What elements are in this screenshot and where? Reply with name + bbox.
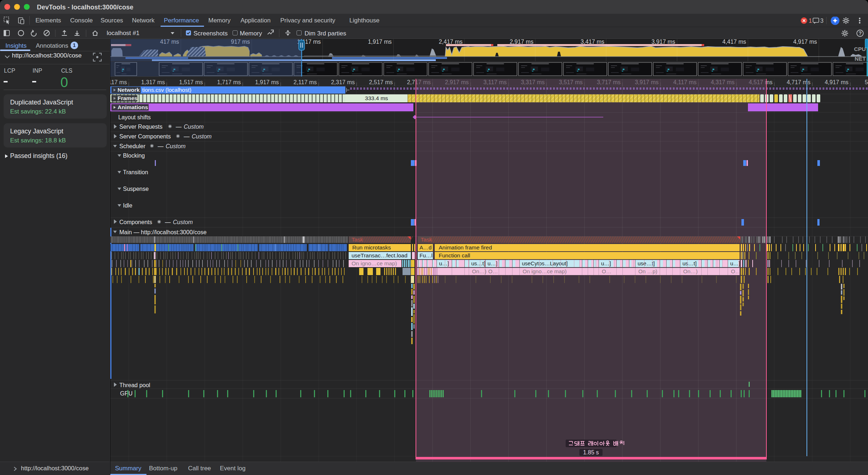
svg-text:Task: Task bbox=[352, 236, 363, 243]
svg-text:3,917 ms: 3,917 ms bbox=[651, 39, 675, 45]
svg-text:—: — bbox=[184, 133, 190, 140]
svg-text:us…t]: us…t] bbox=[471, 260, 485, 266]
svg-text:1: 1 bbox=[809, 18, 812, 24]
svg-text:333.4 ms: 333.4 ms bbox=[365, 95, 388, 101]
svg-text:On igno…ce map): On igno…ce map) bbox=[352, 260, 397, 266]
svg-text:1,717 ms: 1,717 ms bbox=[217, 79, 241, 85]
svg-text:CPU: CPU bbox=[854, 46, 866, 52]
svg-text:5,117 ms: 5,117 ms bbox=[865, 79, 868, 85]
svg-text:2,317 ms: 2,317 ms bbox=[331, 79, 355, 85]
svg-text:Blocking: Blocking bbox=[123, 153, 145, 159]
svg-text:Custom: Custom bbox=[166, 143, 186, 149]
svg-text:GPU: GPU bbox=[120, 390, 133, 397]
svg-text:Frames: Frames bbox=[118, 95, 137, 101]
svg-text:Animations: Animations bbox=[118, 104, 148, 110]
svg-text:Server Requests: Server Requests bbox=[119, 124, 162, 130]
svg-text:u…]: u…] bbox=[439, 260, 449, 266]
svg-text:1,917 ms: 1,917 ms bbox=[255, 79, 279, 85]
svg-text:Function call: Function call bbox=[439, 252, 470, 258]
svg-text:3: 3 bbox=[820, 18, 824, 24]
svg-text:us…t]: us…t] bbox=[682, 260, 697, 266]
svg-text:4,917 ms: 4,917 ms bbox=[793, 39, 817, 45]
svg-text:u…]: u…] bbox=[488, 260, 498, 266]
svg-text:Network: Network bbox=[118, 87, 140, 93]
svg-text:O…: O… bbox=[488, 268, 498, 274]
svg-text:—: — bbox=[165, 219, 171, 225]
svg-text:u…]: u…] bbox=[601, 260, 611, 266]
svg-text:Server Components: Server Components bbox=[119, 133, 171, 140]
svg-text:2,417 ms: 2,417 ms bbox=[439, 39, 463, 45]
svg-text:useTransac…fect.load: useTransac…fect.load bbox=[352, 252, 408, 258]
svg-text:On …p): On …p) bbox=[638, 268, 658, 274]
svg-text:1,117 ms: 1,117 ms bbox=[110, 79, 127, 85]
svg-text:O…: O… bbox=[602, 268, 612, 274]
svg-text:u…]: u…] bbox=[730, 260, 740, 266]
svg-text:1,517 ms: 1,517 ms bbox=[179, 79, 203, 85]
svg-text:4,917 ms: 4,917 ms bbox=[825, 79, 848, 85]
svg-text:Thread pool: Thread pool bbox=[119, 382, 150, 388]
svg-text:Custom: Custom bbox=[184, 124, 204, 130]
svg-text:1,317 ms: 1,317 ms bbox=[141, 79, 165, 85]
svg-text:On…): On…) bbox=[683, 268, 698, 274]
svg-text:On…): On…) bbox=[472, 268, 486, 274]
svg-text:On igno…ce map): On igno…ce map) bbox=[523, 268, 567, 274]
svg-text:Scheduler: Scheduler bbox=[119, 143, 146, 149]
svg-text:2,917 ms: 2,917 ms bbox=[510, 39, 533, 45]
svg-text:3,417 ms: 3,417 ms bbox=[580, 39, 604, 45]
svg-text:—: — bbox=[176, 124, 182, 130]
svg-text:Suspense: Suspense bbox=[123, 186, 149, 192]
svg-text:A…d: A…d bbox=[420, 244, 431, 251]
svg-text:tions.csv (localhost): tions.csv (localhost) bbox=[142, 87, 191, 93]
svg-text:Layout shifts: Layout shifts bbox=[118, 114, 151, 120]
svg-text:4,417 ms: 4,417 ms bbox=[722, 39, 746, 45]
svg-text:?: ? bbox=[859, 30, 862, 36]
svg-text:Animation frame fired: Animation frame fired bbox=[439, 244, 492, 251]
svg-text:1,917 ms: 1,917 ms bbox=[368, 39, 392, 45]
svg-text:O…: O… bbox=[731, 268, 741, 274]
svg-text:Main — http://localhost:3000/c: Main — http://localhost:3000/cose bbox=[119, 229, 207, 235]
svg-text:2,117 ms: 2,117 ms bbox=[293, 79, 317, 85]
svg-text:1.85 s: 1.85 s bbox=[583, 449, 599, 455]
svg-text:Custom: Custom bbox=[173, 219, 193, 225]
svg-text:Fu…l: Fu…l bbox=[420, 252, 433, 258]
svg-text:Run microtasks: Run microtasks bbox=[352, 244, 391, 251]
svg-text:Transition: Transition bbox=[123, 169, 148, 175]
svg-text:Custom: Custom bbox=[192, 133, 212, 140]
svg-text:Idle: Idle bbox=[123, 202, 132, 209]
svg-text:NET: NET bbox=[855, 56, 866, 62]
svg-text:Components: Components bbox=[119, 219, 152, 225]
svg-text:2,517 ms: 2,517 ms bbox=[369, 79, 393, 85]
svg-text:—: — bbox=[158, 143, 163, 149]
svg-text:Task: Task bbox=[421, 236, 432, 243]
